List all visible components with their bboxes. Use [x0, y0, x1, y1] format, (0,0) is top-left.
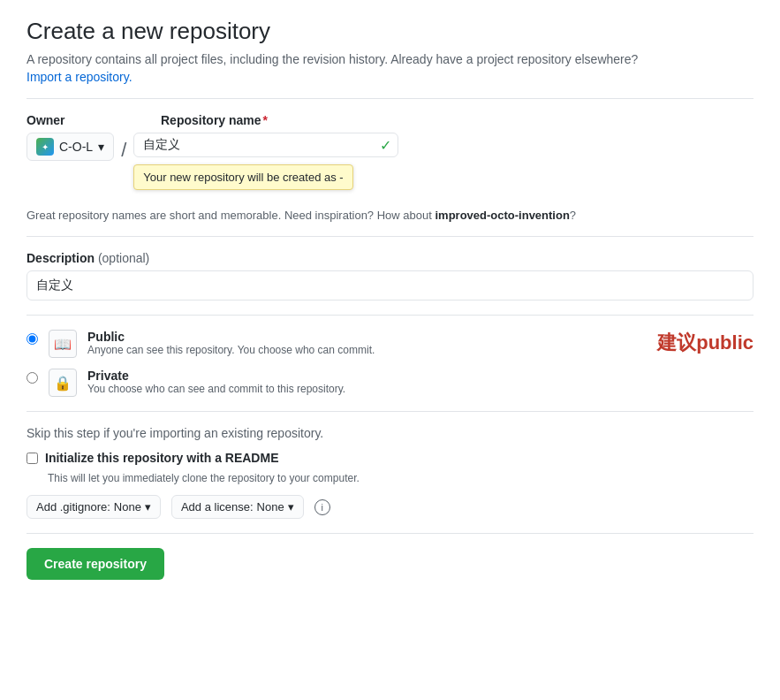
public-icon: 📖 — [49, 330, 77, 358]
owner-repo-inputs-row: ✦ C-O-L ▾ / ✓ Your new repository will b… — [27, 133, 753, 164]
owner-label: Owner — [27, 113, 161, 127]
description-label: Description (optional) — [27, 251, 753, 265]
divider-3 — [27, 315, 753, 316]
gitignore-dropdown[interactable]: Add .gitignore: None ▾ — [27, 495, 161, 519]
owner-dropdown-arrow: ▾ — [98, 140, 104, 154]
readme-description: This will let you immediately clone the … — [48, 472, 753, 484]
owner-name: C-O-L — [59, 140, 93, 154]
private-title: Private — [87, 369, 753, 383]
info-icon[interactable]: i — [314, 499, 330, 515]
license-label: Add a license: — [181, 500, 254, 514]
repo-name-container: ✓ Your new repository will be created as… — [133, 133, 398, 157]
required-indicator: * — [263, 113, 268, 127]
private-icon: 🔒 — [49, 369, 77, 397]
repo-name-wrapper: ✓ — [133, 133, 398, 157]
private-radio[interactable] — [27, 372, 38, 384]
public-radio[interactable] — [27, 333, 38, 345]
suggestion-name: improved-octo-invention — [435, 209, 569, 222]
license-arrow: ▾ — [288, 500, 294, 514]
skip-text: Skip this step if you're importing an ex… — [27, 426, 753, 440]
private-text-block: Private You choose who can see and commi… — [87, 369, 753, 395]
divider-4 — [27, 411, 753, 412]
field-labels-row: Owner Repository name* — [27, 113, 753, 127]
suggestion-text: Great repository names are short and mem… — [27, 209, 753, 222]
slash-separator: / — [114, 136, 133, 164]
readme-checkbox-row: Initialize this repository with a README — [27, 451, 753, 465]
private-description: You choose who can see and commit to thi… — [87, 383, 753, 395]
license-value: None — [257, 500, 284, 514]
repo-name-input[interactable] — [133, 133, 398, 157]
license-dropdown[interactable]: Add a license: None ▾ — [171, 495, 304, 519]
public-description: Anyone can see this repository. You choo… — [87, 344, 629, 356]
description-group: Description (optional) — [27, 251, 753, 301]
private-option[interactable]: 🔒 Private You choose who can see and com… — [27, 369, 753, 397]
public-annotation: 建议public — [657, 330, 753, 356]
divider-5 — [27, 533, 753, 534]
create-repository-button[interactable]: Create repository — [27, 548, 164, 580]
repo-name-tooltip: Your new repository will be created as - — [133, 164, 352, 190]
optional-label: (optional) — [98, 251, 149, 265]
import-link[interactable]: Import a repository. — [27, 70, 133, 84]
readme-checkbox[interactable] — [27, 453, 38, 464]
visibility-section: 📖 Public Anyone can see this repository.… — [27, 330, 753, 397]
page-title: Create a new repository — [27, 18, 753, 45]
page-subtitle: A repository contains all project files,… — [27, 52, 753, 66]
divider-2 — [27, 236, 753, 237]
description-input[interactable] — [27, 270, 753, 301]
public-option[interactable]: 📖 Public Anyone can see this repository.… — [27, 330, 753, 358]
dropdowns-row: Add .gitignore: None ▾ Add a license: No… — [27, 495, 753, 519]
owner-avatar: ✦ — [36, 138, 54, 156]
divider-1 — [27, 98, 753, 99]
public-title: Public — [87, 330, 629, 344]
gitignore-arrow: ▾ — [145, 500, 151, 514]
owner-select-button[interactable]: ✦ C-O-L ▾ — [27, 133, 114, 161]
public-text-block: Public Anyone can see this repository. Y… — [87, 330, 629, 356]
readme-label[interactable]: Initialize this repository with a README — [45, 451, 278, 465]
check-icon: ✓ — [380, 137, 391, 154]
gitignore-label: Add .gitignore: — [36, 500, 110, 514]
gitignore-value: None — [114, 500, 141, 514]
repo-name-label: Repository name* — [161, 113, 268, 127]
